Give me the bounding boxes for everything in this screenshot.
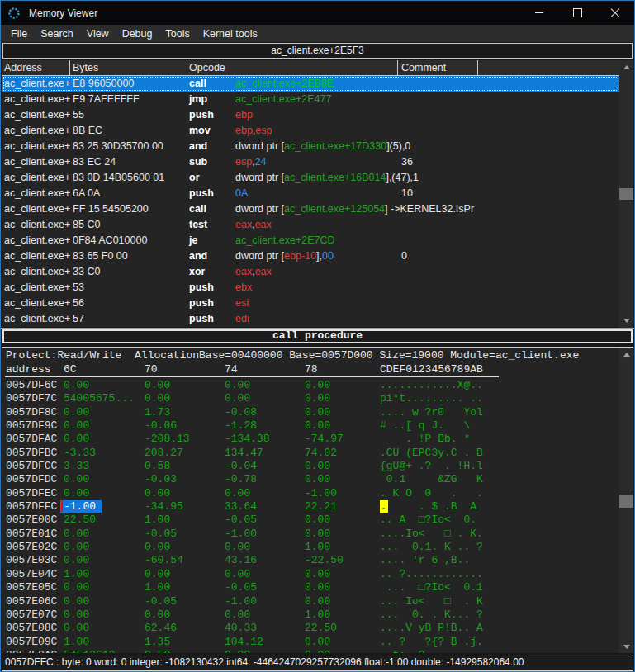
maximize-button[interactable] — [558, 1, 596, 25]
hex-value[interactable]: 33.64 — [225, 500, 257, 513]
memory-row[interactable]: 0057E07C 0.00 0.00 0.00 1.00 ... 0. . K.… — [2, 608, 618, 622]
hex-value[interactable]: -0.78 — [225, 473, 257, 485]
hex-value[interactable]: -1.00 — [225, 595, 257, 608]
column-separator[interactable] — [187, 60, 187, 75]
hex-value[interactable]: 0.00 — [64, 528, 89, 540]
hex-value[interactable]: 0.00 — [64, 595, 89, 608]
hex-value[interactable]: -0.05 — [225, 513, 257, 526]
disasm-row[interactable]: ac_client.exe+ 55 push ebp — [2, 107, 619, 123]
scroll-up-button[interactable] — [619, 348, 633, 362]
disasm-row[interactable]: ac_client.exe+ 83 0D 14B05600 01 or dwor… — [2, 170, 619, 186]
disasm-row[interactable]: ac_client.exe+ 6A 0A push 0A 10 — [2, 186, 619, 201]
memory-row[interactable]: 0057DFCC 3.33 0.58 -0.04 0.00 {gU@+ .? .… — [2, 460, 618, 473]
hex-value[interactable]: 0.00 — [305, 473, 330, 485]
disasm-row[interactable]: ac_client.exe+ FF 15 54505200 call dword… — [2, 201, 619, 217]
memory-row[interactable]: 0057DFAC 0.00 -208.13 -134.38 -74.97 . !… — [2, 433, 618, 446]
hex-value[interactable]: 0.00 — [64, 379, 89, 391]
hex-value[interactable]: 0.00 — [64, 406, 89, 419]
hex-value[interactable]: 0.58 — [145, 460, 170, 472]
hex-value[interactable]: 0.00 — [225, 392, 250, 405]
hex-value[interactable]: 0.00 — [64, 541, 89, 553]
column-header-comment[interactable]: Comment — [401, 62, 446, 73]
hex-value[interactable]: -1.00 — [225, 528, 257, 540]
disasm-row[interactable]: ac_client.exe+ 53 push ebx — [2, 280, 619, 296]
menu-item-search[interactable]: Search — [34, 27, 80, 40]
hex-value[interactable]: -3.33 — [64, 447, 96, 459]
hex-value[interactable]: -22.50 — [305, 554, 344, 566]
memory-row[interactable]: 0057E08C 0.00 62.46 40.33 22.50 ....V yB… — [2, 622, 618, 635]
hex-value[interactable]: 22.50 — [64, 513, 96, 526]
hex-value[interactable]: 0.00 — [64, 554, 89, 566]
hex-value[interactable]: 0.00 — [305, 419, 330, 432]
memory-row[interactable]: 0057E02C 0.00 0.00 0.00 1.00 ... 0.1. K … — [2, 541, 618, 554]
hex-value[interactable]: 208.27 — [145, 447, 183, 459]
hex-value[interactable]: 0.00 — [305, 595, 330, 608]
disasm-row[interactable]: ac_client.exe+ 57 push edi — [2, 311, 619, 327]
menu-item-view[interactable]: View — [80, 27, 116, 40]
hex-value[interactable]: 1.00 — [64, 636, 89, 648]
column-header-bytes[interactable]: Bytes — [73, 62, 98, 73]
hex-value[interactable]: 1.73 — [145, 406, 170, 419]
memory-row[interactable]: 0057E01C 0.00 -0.05 -1.00 0.00 ....Io< □… — [2, 528, 618, 541]
memory-row[interactable]: 0057DFBC -3.33 208.27 134.47 74.02 .CU (… — [2, 447, 618, 460]
hex-value[interactable]: 0.00 — [225, 487, 250, 499]
hex-value[interactable]: 0.58 — [145, 649, 170, 653]
hex-value[interactable]: 0.00 — [305, 392, 330, 405]
disasm-row[interactable]: ac_client.exe+ 83 EC 24 sub esp,24 36 — [2, 154, 619, 170]
disassembler-scrollbar[interactable] — [619, 60, 633, 328]
hex-value[interactable]: 0.00 — [225, 649, 250, 653]
hex-value[interactable]: 0.00 — [145, 568, 170, 580]
memory-row[interactable]: 0057DF9C 0.00 -0.06 -1.28 0.00 # ..[ q J… — [2, 419, 618, 433]
hex-value[interactable]: 0.00 — [64, 419, 89, 432]
memory-row[interactable]: 0057DFFC -1.00 -34.95 33.64 22.21 .. . $… — [2, 500, 618, 513]
column-separator[interactable] — [69, 60, 70, 75]
hex-value[interactable]: 43.16 — [225, 554, 257, 566]
hex-value[interactable]: -0.08 — [225, 406, 257, 419]
memory-row[interactable]: 0057DFEC 0.00 0.00 0.00 -1.00 . K O 0 . … — [2, 487, 618, 500]
hex-value[interactable]: 0.00 — [64, 581, 89, 594]
hex-value[interactable]: 0.00 — [305, 406, 330, 419]
memory-view-scrollbar[interactable] — [619, 348, 633, 653]
hex-value[interactable]: 0.00 — [225, 379, 250, 391]
hex-value[interactable]: -0.05 — [145, 595, 177, 608]
disasm-row[interactable]: ac_client.exe+ 85 C0 test eax,eax — [2, 217, 619, 233]
close-button[interactable] — [596, 1, 634, 25]
hex-value[interactable]: 40.33 — [225, 622, 257, 634]
hex-value[interactable]: -1.28 — [225, 419, 257, 432]
disasm-row[interactable]: ac_client.exe+ 83 65 F0 00 and dword ptr… — [2, 248, 619, 264]
hex-value[interactable]: -1.00 — [60, 500, 102, 513]
hex-value[interactable]: -0.03 — [145, 473, 177, 485]
hex-value[interactable]: 0.00 — [305, 568, 330, 580]
hex-value[interactable]: 0.00 — [64, 622, 89, 634]
hex-value[interactable]: 74.02 — [305, 447, 337, 459]
hex-value[interactable]: 0.00 — [225, 541, 250, 553]
hex-value[interactable]: 1.00 — [305, 608, 330, 621]
hex-value[interactable]: -34.95 — [145, 500, 183, 513]
hex-value[interactable]: 0.00 — [225, 568, 250, 580]
memory-row[interactable]: 0057DF8C 0.00 1.73 -0.08 0.00 .... w ?r0… — [2, 406, 618, 419]
memory-row[interactable]: 0057E06C 0.00 -0.05 -1.00 0.00 ... Io< □… — [2, 595, 618, 608]
hex-value[interactable]: 1.00 — [64, 568, 89, 580]
hex-value[interactable]: -0.05 — [145, 528, 177, 540]
hex-value[interactable]: 54512612... — [64, 649, 135, 653]
hex-value[interactable]: -134.38 — [225, 433, 270, 445]
scroll-down-button[interactable] — [619, 640, 633, 653]
hex-value[interactable]: 0.00 — [305, 528, 330, 540]
hex-value[interactable]: 0.00 — [305, 513, 330, 526]
hex-value[interactable]: -60.54 — [145, 554, 183, 566]
disasm-row[interactable]: ac_client.exe+ E8 96050000 call ac_clien… — [2, 76, 619, 92]
disasm-row[interactable]: ac_client.exe+ 83 25 30D35700 00 and dwo… — [2, 139, 619, 154]
hex-value[interactable]: 3.33 — [64, 460, 89, 472]
memory-row[interactable]: 0057E0AC 54512612... 0.58 0.00 0.00 ..t:… — [2, 649, 618, 653]
memory-row[interactable]: 0057DF6C 0.00 0.00 0.00 0.00 ...........… — [2, 379, 618, 392]
hex-value[interactable]: 0.00 — [305, 460, 330, 472]
memory-row[interactable]: 0057E00C 22.50 1.00 -0.05 0.00 .. A □?Io… — [2, 513, 618, 527]
minimize-button[interactable] — [520, 1, 558, 25]
disasm-row[interactable]: ac_client.exe+ 33 C0 xor eax,eax — [2, 264, 619, 280]
hex-value[interactable]: 0.00 — [145, 487, 170, 499]
menu-item-debug[interactable]: Debug — [116, 27, 159, 40]
hex-value[interactable]: 0.00 — [305, 636, 330, 648]
memory-row[interactable]: 0057E04C 1.00 0.00 0.00 0.00 .. ?.......… — [2, 568, 618, 581]
hex-value[interactable]: 0.00 — [64, 473, 89, 485]
hex-value[interactable]: -1.00 — [305, 487, 337, 499]
